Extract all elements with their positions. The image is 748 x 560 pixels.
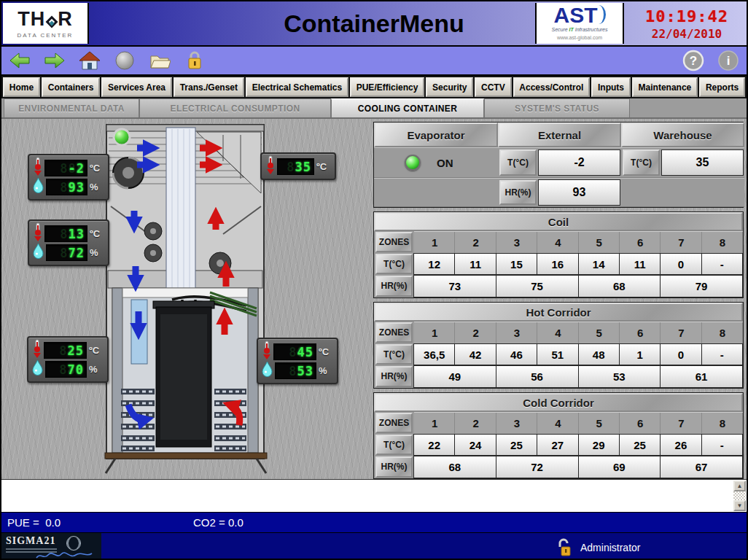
application-window: THR DATA CENTER ContainerMenu AST Secure… (0, 0, 748, 560)
humidity-cell: 61 (660, 365, 743, 388)
temp-cell: 36,5 (413, 343, 455, 365)
humidity-cell: 72 (496, 456, 579, 478)
toolbar: ? i (1, 47, 747, 76)
username-label: Administrator (580, 542, 640, 553)
humidity-row: HR(%)68726967 (374, 456, 743, 478)
scroll-up-button[interactable]: ▲ (733, 481, 746, 491)
zone-header-cell: 2 (455, 412, 496, 434)
droplet-icon (32, 359, 43, 378)
temp-cell: 0 (660, 343, 701, 365)
evaporator-status[interactable]: ON (374, 147, 498, 178)
temp-unit-label: ºC (90, 163, 104, 174)
scrollbar-track[interactable] (733, 491, 746, 500)
humidity-cell: 73 (413, 275, 496, 298)
zone-header-cell: 7 (661, 412, 701, 434)
temp-cell: - (701, 253, 743, 275)
corridor-sections: CoilZONES12345678T(°C)1211151614110-HR(%… (373, 211, 744, 479)
temp-row: T(°C)1211151614110- (374, 253, 743, 275)
section-coil: CoilZONES12345678T(°C)1211151614110-HR(%… (373, 211, 744, 298)
external-header: External (498, 122, 621, 147)
zone-header-cell: 5 (579, 231, 620, 253)
globe-sketch-icon (66, 536, 81, 551)
evaporator-status-label: ON (437, 157, 453, 169)
tab-electrical-consumption[interactable]: ELECTRICAL CONSUMPTION (139, 98, 331, 117)
humidity-row: HR(%)73756879 (374, 275, 743, 298)
machine-room-interior (112, 288, 258, 453)
sigma21-logo-text: SIGMA21 (6, 535, 97, 547)
menu-item-pue-efficiency[interactable]: PUE/Efficiency (350, 77, 424, 97)
temp-cell: 16 (537, 253, 578, 275)
warehouse-temp-value: 35 (661, 149, 744, 176)
ast-logo: AST Secure IT Infrastructures www.ast-gl… (535, 3, 624, 44)
menu-item-reports[interactable]: Reports (699, 77, 745, 97)
section-title: Hot Corridor (374, 303, 743, 322)
temp-cell: 0 (660, 253, 701, 275)
zone-header-cell: 7 (661, 322, 701, 343)
temp-cell: - (701, 343, 743, 365)
back-arrow-icon[interactable] (9, 50, 31, 71)
tab-environmental-data[interactable]: ENVIRONMENTAL DATA (4, 98, 139, 117)
humidity-label: HR(%) (375, 456, 413, 478)
menu-item-home[interactable]: Home (3, 77, 40, 97)
zone-header-cell: 8 (702, 412, 743, 434)
humidity-display: 88872 (46, 244, 87, 261)
warehouse-temp-label: T(°C) (623, 149, 660, 175)
clock-date: 22/04/2010 (628, 27, 745, 41)
lock-icon[interactable] (184, 50, 206, 71)
data-panel: Evaporator External Warehouse ON T(°C) -… (373, 122, 744, 479)
svg-text:?: ? (690, 54, 697, 68)
help-icon[interactable]: ? (682, 50, 704, 71)
clock: 10:19:42 22/04/2010 (628, 3, 745, 44)
ast-swoosh-icon (599, 5, 606, 24)
temp-label: T(°C) (375, 254, 413, 274)
evaporator-blank-cell (374, 178, 498, 207)
humidity-display: 88870 (45, 361, 87, 378)
humidity-cell: 56 (496, 365, 579, 388)
tab-cooling-container[interactable]: COOLING CONTAINER (331, 98, 484, 117)
scroll-down-button[interactable]: ▼ (733, 500, 746, 511)
current-user: Administrator (557, 533, 640, 560)
temp-cell: 42 (454, 343, 496, 365)
globe-icon[interactable] (114, 50, 136, 71)
home-icon[interactable] (79, 50, 101, 71)
humidity-display: 88853 (275, 362, 316, 379)
info-table: Evaporator External Warehouse ON T(°C) -… (373, 122, 744, 208)
info-icon[interactable]: i (717, 50, 739, 71)
led-panel-roof: 88835 ºC (260, 152, 336, 180)
temp-cell: 11 (619, 253, 661, 275)
power-led-icon (405, 155, 421, 171)
zone-header-cell: 8 (702, 231, 743, 253)
humidity-row: HR(%)49565361 (374, 365, 743, 388)
led-panel-upper-coil: 88813 ºC 88872 % (28, 219, 109, 266)
temp-unit-label: ºC (319, 346, 333, 357)
zones-label: ZONES (375, 413, 413, 433)
folder-icon[interactable] (149, 50, 171, 71)
menu-item-security[interactable]: Security (426, 77, 473, 97)
temp-label: T(°C) (375, 344, 413, 365)
warehouse-header: Warehouse (621, 122, 744, 147)
external-humidity-value: 93 (538, 179, 620, 205)
status-bar: PUE = 0.0 CO2 = 0.0 (1, 513, 747, 533)
tab-system-s-status[interactable]: SYSTEM'S STATUS (484, 98, 630, 117)
svg-text:i: i (727, 54, 731, 68)
warehouse-temp-cell: T(°C) 35 (621, 147, 744, 178)
temp-cell: 15 (496, 253, 537, 275)
co2-readout: CO2 = 0.0 (193, 516, 244, 529)
menu-item-containers[interactable]: Containers (42, 77, 100, 97)
menu-item-access-control[interactable]: Access/Control (513, 77, 591, 97)
vertical-scrollbar[interactable]: ▲ ▼ (733, 481, 746, 511)
temp-cell: 1 (619, 343, 661, 365)
zones-label: ZONES (375, 232, 413, 252)
temp-cell: 25 (619, 434, 661, 456)
menu-item-inputs[interactable]: Inputs (591, 77, 631, 97)
temp-cell: 14 (578, 253, 620, 275)
menu-item-electrical-schematics[interactable]: Electrical Schematics (246, 77, 348, 97)
sigma21-logo: SIGMA21 (1, 533, 101, 560)
menu-item-services-area[interactable]: Services Area (101, 77, 172, 97)
menu-item-cctv[interactable]: CCTV (475, 77, 511, 97)
humidity-cell: 69 (578, 456, 661, 478)
forward-arrow-icon[interactable] (44, 50, 66, 71)
menu-item-maintenance[interactable]: Maintenance (632, 77, 698, 97)
humidity-cell: 68 (578, 275, 661, 298)
menu-item-trans-genset[interactable]: Trans./Genset (174, 77, 244, 97)
